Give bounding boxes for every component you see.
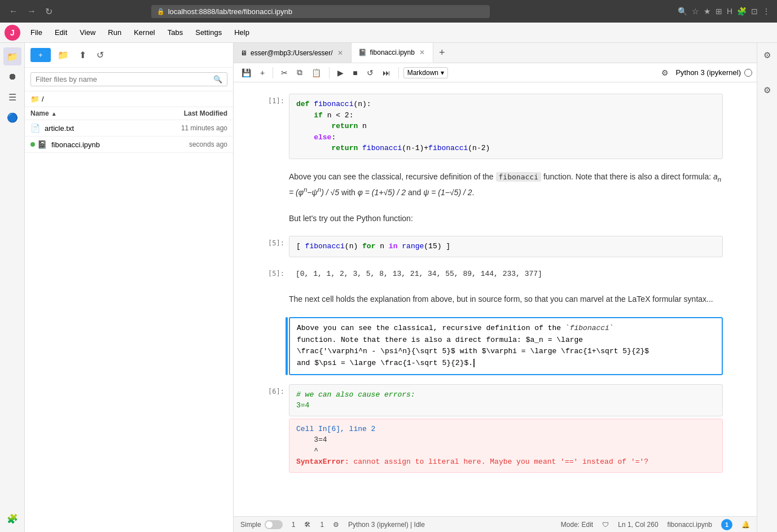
- app-logo[interactable]: J: [5, 25, 20, 41]
- code-cell-6[interactable]: # we can also cause errors: 3=4: [289, 384, 723, 416]
- sidebar-properties-icon[interactable]: 🔵: [3, 108, 21, 126]
- bell-icon[interactable]: 🔔: [741, 521, 750, 529]
- menu-icon[interactable]: ⋮: [762, 7, 770, 16]
- browser-forward-button[interactable]: →: [25, 4, 38, 19]
- menu-tabs[interactable]: Tabs: [162, 26, 188, 39]
- status-left: Simple 1 🛠 1 ⚙: [240, 520, 339, 529]
- search-container: 🔍: [25, 68, 233, 91]
- tab-add-button[interactable]: +: [433, 45, 451, 61]
- cell-number-empty-2: [256, 210, 284, 213]
- tab-notebook[interactable]: 📓 fibonacci.ipynb ✕: [352, 43, 433, 63]
- app-layout: J File Edit View Run Kernel Tabs Setting…: [0, 23, 777, 532]
- window-icon[interactable]: ⊞: [715, 7, 722, 16]
- right-panel-settings-1[interactable]: ⚙: [760, 47, 775, 63]
- file-browser-sidebar: + 📁 ⬆ ↺ 🔍 📁 / Name ▲: [25, 43, 234, 532]
- puzzle-icon[interactable]: 🧩: [737, 7, 747, 16]
- function-name: fibonacci: [314, 100, 353, 108]
- col-modified-header[interactable]: Last Modified: [143, 109, 227, 117]
- dropdown-chevron-icon: ▾: [441, 69, 444, 77]
- code-cell[interactable]: def fibonacci(n): if n < 2: return n els…: [289, 94, 723, 159]
- menu-help[interactable]: Help: [229, 26, 255, 39]
- menu-run[interactable]: Run: [102, 26, 127, 39]
- upload-button[interactable]: ⬆: [76, 47, 90, 63]
- cell-content-5[interactable]: [ fibonacci(n) for n in range(15) ]: [289, 236, 723, 257]
- cursor-shield-icon: 🛡: [602, 521, 609, 529]
- mode-toggle: Simple: [240, 520, 283, 529]
- browser-refresh-button[interactable]: ↻: [43, 4, 55, 19]
- tab-notebook-close[interactable]: ✕: [418, 47, 426, 58]
- file-row[interactable]: 📄 article.txt 11 minutes ago: [25, 120, 233, 137]
- cell-content: Above you can see the classical, recursi…: [289, 168, 723, 201]
- right-panel-settings-2[interactable]: ⚙: [760, 82, 775, 98]
- search-input[interactable]: [36, 75, 210, 83]
- cell-number-5: [5]:: [256, 236, 284, 247]
- notebook-toolbar: 💾 + ✂ ⧉ 📋 ▶ ■ ↺ ⏭ Markdown ▾ ⚙ Python 3: [234, 63, 757, 82]
- right-panel: ⚙ ⚙: [757, 43, 777, 532]
- kernel-settings-button[interactable]: ⚙: [658, 66, 672, 80]
- error-caret: ^: [314, 447, 318, 455]
- tab-terminal[interactable]: 🖥 esser@mbp3:/Users/esser/ ✕: [234, 43, 352, 63]
- sidebar-tabs-icon[interactable]: 🧩: [3, 509, 21, 527]
- menu-kernel[interactable]: Kernel: [128, 26, 161, 39]
- paste-button[interactable]: 📋: [308, 66, 324, 80]
- copy-button[interactable]: ⧉: [293, 65, 306, 80]
- cell-content[interactable]: def fibonacci(n): if n < 2: return n els…: [289, 94, 723, 159]
- status-right: Mode: Edit 🛡 Ln 1, Col 260 fibonacci.ipy…: [561, 519, 750, 530]
- code-cell-5[interactable]: [ fibonacci(n) for n in range(15) ]: [289, 236, 723, 257]
- edit-cell[interactable]: Above you can see the classical, recursi…: [289, 317, 723, 375]
- restart-button[interactable]: ↺: [363, 66, 377, 80]
- col-name-header[interactable]: Name ▲: [30, 109, 143, 117]
- simple-mode-toggle[interactable]: [265, 520, 283, 529]
- fast-forward-button[interactable]: ⏭: [379, 66, 394, 80]
- fn-range: range: [402, 242, 424, 250]
- menu-file[interactable]: File: [25, 26, 48, 39]
- tab-notebook-label: fibonacci.ipynb: [370, 49, 415, 56]
- run-button[interactable]: ▶: [334, 66, 347, 80]
- refresh-button[interactable]: ↺: [93, 47, 107, 63]
- notebook-tab-icon: 📓: [358, 49, 367, 56]
- breadcrumb-path[interactable]: /: [42, 95, 44, 103]
- bookmark-icon[interactable]: ☆: [692, 7, 699, 16]
- file-name: fibonacci.ipynb: [51, 140, 143, 149]
- cell-number: [1]:: [256, 94, 284, 105]
- cell-content-6[interactable]: # we can also cause errors: 3=4 Cell In[…: [289, 384, 723, 473]
- cell-count: 1: [292, 521, 296, 529]
- new-folder-button[interactable]: 📁: [54, 47, 72, 63]
- error-code: 3=4: [314, 436, 327, 444]
- file-row[interactable]: 📓 fibonacci.ipynb seconds ago: [25, 137, 233, 153]
- kernel-status-circle: [744, 69, 752, 77]
- tab-terminal-close[interactable]: ✕: [336, 48, 344, 58]
- browser-address-bar[interactable]: 🔒 localhost:8888/lab/tree/fibonacci.ipyn…: [151, 5, 490, 18]
- profile-icon[interactable]: ⊡: [751, 7, 758, 16]
- sidebar-commands-icon[interactable]: ☰: [3, 88, 21, 106]
- cell-row: [5]: [0, 1, 1, 2, 3, 5, 8, 13, 21, 34, 5…: [256, 266, 723, 282]
- stop-button[interactable]: ■: [349, 66, 361, 80]
- cell-content-edit[interactable]: Above you can see the classical, recursi…: [289, 317, 723, 375]
- file-name: article.txt: [45, 124, 143, 133]
- cut-button[interactable]: ✂: [278, 66, 291, 80]
- keyword-def: def: [296, 100, 309, 108]
- menu-view[interactable]: View: [74, 26, 101, 39]
- menu-edit[interactable]: Edit: [49, 26, 73, 39]
- sort-icon: ▲: [51, 111, 57, 117]
- extension-icon[interactable]: H: [727, 7, 732, 16]
- notification-badge[interactable]: 1: [721, 519, 732, 530]
- keyword-return-2: return: [331, 144, 358, 152]
- cursor-pos: Ln 1, Col 260: [618, 521, 658, 529]
- save-button[interactable]: 💾: [238, 66, 254, 80]
- new-button[interactable]: +: [30, 48, 51, 62]
- star-icon[interactable]: ★: [704, 7, 711, 16]
- comment: # we can also cause errors:: [296, 390, 415, 399]
- menu-settings[interactable]: Settings: [190, 26, 227, 39]
- notebook-content[interactable]: [1]: def fibonacci(n): if n < 2: return …: [234, 82, 757, 516]
- search-icon[interactable]: 🔍: [678, 7, 687, 16]
- sidebar-files-icon[interactable]: 📁: [3, 47, 21, 65]
- cell-number-empty: [256, 168, 284, 172]
- browser-back-button[interactable]: ←: [7, 4, 20, 19]
- toolbar-separator-3: [398, 67, 399, 78]
- cell-type-dropdown[interactable]: Markdown ▾: [403, 67, 448, 78]
- cell-output-content: [0, 1, 1, 2, 3, 5, 8, 13, 21, 34, 55, 89…: [289, 266, 723, 282]
- cell-output-number: [5]:: [256, 266, 284, 278]
- sidebar-running-icon[interactable]: ⏺: [3, 68, 21, 86]
- add-cell-button[interactable]: +: [257, 66, 268, 80]
